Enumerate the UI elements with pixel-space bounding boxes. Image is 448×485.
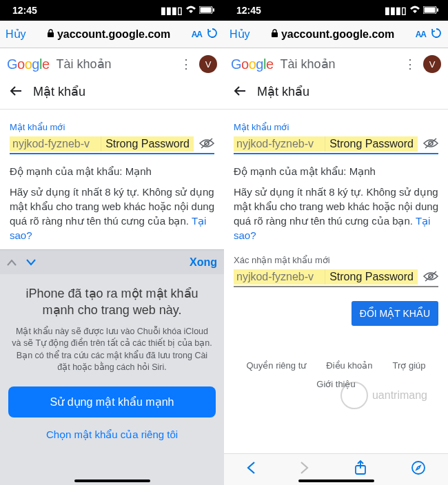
strength-text: Độ mạnh của mật khẩu: Mạnh (234, 165, 438, 178)
footer-links: Quyền riêng tư Điều khoản Trợ giúp (234, 360, 438, 371)
status-time: 12:45 (236, 5, 261, 16)
help-text: Hãy sử dụng ít nhất 8 ký tự. Không sử dụ… (10, 185, 214, 242)
svg-rect-9 (272, 32, 278, 37)
signal-icon: ▮▮▮▯ (385, 5, 407, 16)
wifi-icon (185, 5, 196, 16)
url-area[interactable]: yaccount.google.com (254, 28, 411, 41)
status-icons: ▮▮▮▯ (161, 5, 214, 16)
signal-icon: ▮▮▮▯ (161, 5, 183, 16)
google-logo: Google (7, 56, 50, 72)
svg-rect-1 (201, 8, 212, 13)
avatar[interactable]: V (199, 55, 217, 73)
keyboard-accessory: Xong (0, 249, 224, 274)
toggle-visibility-icon[interactable] (199, 138, 214, 151)
lock-icon (47, 29, 54, 40)
text-size-button[interactable]: AA (192, 30, 202, 39)
strong-password-tag: Strong Password (325, 269, 418, 285)
terms-link[interactable]: Điều khoản (326, 360, 372, 371)
help-text: Hãy sử dụng ít nhất 8 ký tự. Không sử dụ… (234, 185, 438, 242)
browser-bar: Hủy yaccount.google.com AA (0, 21, 224, 48)
wifi-icon (409, 5, 420, 16)
more-menu-button[interactable]: ⋮ (180, 56, 192, 72)
status-bar: 12:45 ▮▮▮▯ (0, 0, 224, 21)
back-button[interactable] (10, 85, 22, 99)
svg-rect-8 (437, 8, 438, 12)
privacy-link[interactable]: Quyền riêng tư (246, 360, 306, 371)
choose-own-password-link[interactable]: Chọn mật khẩu của riêng tôi (8, 429, 216, 441)
home-indicator (74, 479, 150, 482)
strong-password-tag: Strong Password (325, 136, 418, 152)
status-icons: ▮▮▮▯ (385, 5, 438, 16)
page-title: Mật khẩu (33, 84, 85, 99)
share-icon[interactable] (354, 460, 367, 479)
use-strong-password-button[interactable]: Sử dụng mật khẩu mạnh (8, 386, 216, 417)
new-password-row: nyjkod-fyzneb-v Strong Password (234, 136, 438, 154)
help-link[interactable]: Trợ giúp (393, 360, 426, 371)
status-bar: 12:45 ▮▮▮▯ (224, 0, 448, 21)
panel-title: iPhone đã tạo ra một mật khẩu mạnh cho t… (8, 285, 216, 319)
more-menu-button[interactable]: ⋮ (404, 56, 416, 72)
cancel-button[interactable]: Hủy (230, 28, 250, 41)
safari-icon[interactable] (411, 460, 426, 479)
strength-text: Độ mạnh của mật khẩu: Mạnh (10, 165, 214, 178)
toggle-visibility-icon[interactable] (423, 271, 438, 284)
next-field-icon[interactable] (26, 256, 36, 269)
page-title: Mật khẩu (257, 84, 309, 99)
new-password-label: Mật khẩu mới (234, 122, 438, 132)
home-indicator (298, 479, 374, 482)
new-password-label: Mật khẩu mới (10, 122, 214, 132)
confirm-password-label: Xác nhận mật khẩu mới (234, 255, 438, 265)
cancel-button[interactable]: Hủy (6, 28, 26, 41)
url-text: yaccount.google.com (281, 28, 394, 41)
help-text-body: Hãy sử dụng ít nhất 8 ký tự. Không sử dụ… (10, 186, 214, 227)
forward-nav-icon[interactable] (300, 461, 309, 478)
text-size-button[interactable]: AA (416, 30, 426, 39)
google-header: Google Tài khoản ⋮ V (0, 48, 224, 79)
avatar[interactable]: V (423, 55, 441, 73)
refresh-button[interactable] (206, 27, 218, 42)
help-text-body: Hãy sử dụng ít nhất 8 ký tự. Không sử dụ… (234, 186, 438, 227)
sub-header: Mật khẩu (224, 79, 448, 110)
new-password-row: nyjkod-fyzneb-v Strong Password (10, 136, 214, 154)
prev-field-icon[interactable] (7, 256, 17, 269)
content-area: Mật khẩu mới nyjkod-fyzneb-v Strong Pass… (224, 110, 448, 396)
back-nav-icon[interactable] (246, 461, 256, 478)
battery-icon (423, 5, 438, 16)
phone-right: 12:45 ▮▮▮▯ Hủy yaccount.google.com AA Go… (224, 0, 448, 485)
google-header: Google Tài khoản ⋮ V (224, 48, 448, 79)
back-button[interactable] (234, 85, 246, 99)
lock-icon (271, 29, 278, 40)
svg-rect-2 (213, 8, 214, 12)
account-label: Tài khoản (281, 56, 336, 72)
svg-rect-7 (425, 8, 436, 13)
confirm-password-row: nyjkod-fyzneb-v Strong Password (234, 269, 438, 287)
refresh-button[interactable] (430, 27, 442, 42)
strong-password-tag: Strong Password (101, 136, 194, 152)
keyboard-done-button[interactable]: Xong (190, 256, 217, 269)
new-password-input[interactable]: nyjkod-fyzneb-v (10, 136, 101, 152)
account-label: Tài khoản (57, 56, 112, 72)
panel-description: Mật khẩu này sẽ được lưu vào Chuỗi khóa … (8, 326, 216, 374)
content-area: Mật khẩu mới nyjkod-fyzneb-v Strong Pass… (0, 110, 224, 249)
change-password-button[interactable]: ĐỔI MẬT KHẨU (352, 301, 438, 326)
toggle-visibility-icon[interactable] (423, 138, 438, 151)
status-time: 12:45 (12, 5, 37, 16)
confirm-password-input[interactable]: nyjkod-fyzneb-v (234, 269, 325, 285)
url-area[interactable]: yaccount.google.com (30, 28, 187, 41)
new-password-input[interactable]: nyjkod-fyzneb-v (234, 136, 325, 152)
phone-left: 12:45 ▮▮▮▯ Hủy yaccount.google.com AA Go… (0, 0, 224, 485)
svg-rect-3 (48, 32, 54, 37)
google-logo: Google (231, 56, 274, 72)
strong-password-panel: iPhone đã tạo ra một mật khẩu mạnh cho t… (0, 274, 224, 485)
battery-icon (199, 5, 214, 16)
intro-link[interactable]: Giới thiệu (234, 379, 438, 389)
url-text: yaccount.google.com (57, 28, 170, 41)
sub-header: Mật khẩu (0, 79, 224, 110)
svg-point-15 (412, 462, 425, 474)
browser-bar: Hủy yaccount.google.com AA (224, 21, 448, 48)
